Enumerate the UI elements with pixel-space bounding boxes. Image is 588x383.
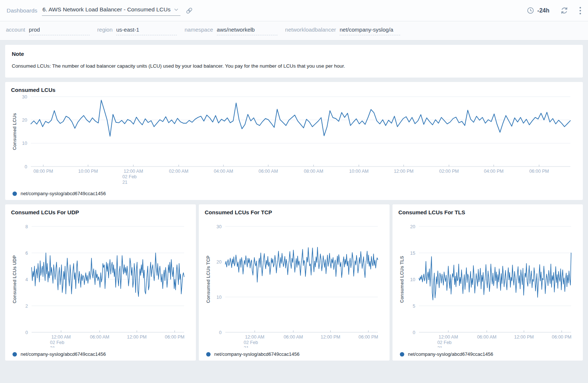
svg-text:12:00 AM: 12:00 AM (438, 334, 458, 340)
chart-legend[interactable]: net/company-syslog/abcd6749ccac1456 (11, 191, 577, 196)
svg-text:Consumed LCUs TLS: Consumed LCUs TLS (399, 256, 405, 303)
svg-text:2: 2 (25, 304, 28, 309)
chart-panel-consumed-lcus-udp: Consumed LCUs For UDP 0246812:00 AM02 Fe… (5, 204, 196, 361)
kebab-menu-icon[interactable] (579, 7, 581, 15)
filter-value-account[interactable]: prod (29, 26, 90, 35)
line-chart-consumed-lcus-udp[interactable]: 0246812:00 AM02 Feb2106:00 AM12:00 PM06:… (11, 215, 190, 348)
chart-title: Consumed LCUs For TCP (205, 209, 384, 215)
chevron-down-icon (174, 8, 178, 11)
filter-account: account prod (6, 26, 90, 35)
svg-text:08:00 AM: 08:00 AM (304, 169, 323, 174)
svg-text:21: 21 (50, 346, 55, 348)
legend-dot (400, 352, 404, 357)
chart-panel-consumed-lcus-tls: Consumed LCUs For TLS 0510152012:00 AM02… (392, 204, 583, 361)
svg-text:06:00 AM: 06:00 AM (477, 334, 496, 340)
filter-bar: account prod region us-east-1 namespace … (0, 21, 588, 40)
svg-text:12:00 PM: 12:00 PM (394, 169, 414, 174)
svg-text:08:00 PM: 08:00 PM (33, 169, 53, 174)
refresh-icon[interactable] (560, 7, 568, 14)
svg-text:06:00 AM: 06:00 AM (258, 169, 278, 174)
note-title: Note (12, 51, 576, 57)
filter-networkloadbalancer: networkloadbalancer net/company-syslog/a (285, 26, 400, 35)
top-bar-actions: -24h (527, 7, 581, 15)
svg-text:20: 20 (216, 259, 222, 265)
svg-text:Consumed LCUs TCP: Consumed LCUs TCP (206, 255, 211, 303)
share-link-icon[interactable] (186, 7, 193, 14)
svg-text:0: 0 (25, 164, 27, 169)
breadcrumb[interactable]: Dashboards (7, 7, 37, 14)
page-title: 6. AWS Network Load Balancer - Consumed … (43, 6, 171, 13)
filter-value-networkloadbalancer[interactable]: net/company-syslog/a (340, 26, 400, 35)
line-chart-consumed-lcus-tls[interactable]: 0510152012:00 AM02 Feb2106:00 AM12:00 PM… (398, 215, 577, 348)
svg-text:10:00 PM: 10:00 PM (78, 169, 98, 174)
filter-label: account (6, 26, 25, 33)
svg-text:30: 30 (216, 224, 222, 229)
svg-text:12:00 PM: 12:00 PM (321, 334, 341, 340)
clock-icon (527, 7, 534, 14)
svg-text:12:00 PM: 12:00 PM (514, 334, 534, 340)
svg-text:10: 10 (410, 277, 415, 282)
svg-text:06:00 AM: 06:00 AM (284, 334, 303, 340)
filter-namespace: namespace aws/networkelb (184, 26, 277, 35)
chart-legend[interactable]: net/company-syslog/abcd6749ccac1456 (11, 351, 190, 357)
note-panel: Note Consumed LCUs: The number of load b… (5, 45, 583, 78)
legend-label: net/company-syslog/abcd6749ccac1456 (21, 351, 106, 357)
svg-text:06:00 PM: 06:00 PM (359, 334, 379, 340)
svg-text:20: 20 (410, 224, 415, 229)
small-charts-row: Consumed LCUs For UDP 0246812:00 AM02 Fe… (5, 204, 583, 361)
time-range-selector[interactable]: -24h (527, 7, 549, 14)
svg-text:4: 4 (25, 277, 28, 282)
svg-text:30: 30 (22, 94, 27, 100)
filter-value-region[interactable]: us-east-1 (116, 26, 177, 35)
legend-label: net/company-syslog/abcd6749ccac1456 (408, 351, 493, 357)
chart-title: Consumed LCUs For UDP (11, 209, 190, 215)
note-body: Consumed LCUs: The number of load balanc… (12, 63, 576, 69)
legend-dot (12, 352, 17, 357)
svg-text:04:00 PM: 04:00 PM (484, 169, 504, 174)
svg-text:21: 21 (122, 180, 128, 185)
chart-panel-consumed-lcus-tcp: Consumed LCUs For TCP 010203012:00 AM02 … (199, 204, 390, 361)
svg-text:06:00 PM: 06:00 PM (552, 334, 572, 340)
svg-text:02 Feb: 02 Feb (244, 340, 258, 345)
svg-text:6: 6 (25, 251, 28, 256)
svg-text:06:00 PM: 06:00 PM (165, 334, 185, 340)
svg-text:8: 8 (25, 224, 28, 229)
svg-text:02:00 AM: 02:00 AM (169, 169, 189, 174)
line-chart-consumed-lcus[interactable]: 010203008:00 PM10:00 PM12:00 AM02 Feb210… (11, 93, 577, 185)
svg-text:Consumed LCUs UDP: Consumed LCUs UDP (12, 255, 17, 304)
time-range-value: -24h (537, 7, 549, 14)
filter-value-namespace[interactable]: aws/networkelb (217, 26, 277, 35)
svg-text:12:00 AM: 12:00 AM (123, 169, 143, 174)
filter-label: region (97, 26, 113, 33)
svg-text:12:00 AM: 12:00 AM (245, 334, 265, 340)
legend-label: net/company-syslog/abcd6749ccac1456 (214, 351, 300, 357)
svg-text:5: 5 (413, 304, 415, 309)
legend-dot (12, 192, 17, 196)
dashboard-title-dropdown[interactable]: 6. AWS Network Load Balancer - Consumed … (42, 5, 180, 16)
svg-text:0: 0 (25, 330, 28, 335)
chart-panel-consumed-lcus: Consumed LCUs 010203008:00 PM10:00 PM12:… (5, 82, 583, 200)
filter-region: region us-east-1 (97, 26, 177, 35)
chart-title: Consumed LCUs For TLS (398, 209, 577, 215)
svg-text:10: 10 (216, 295, 222, 300)
chart-legend[interactable]: net/company-syslog/abcd6749ccac1456 (205, 351, 384, 357)
svg-text:0: 0 (219, 330, 222, 335)
svg-text:15: 15 (410, 251, 415, 256)
svg-text:06:00 AM: 06:00 AM (90, 334, 110, 340)
svg-text:02 Feb: 02 Feb (122, 174, 137, 179)
svg-text:Consumed LCUs: Consumed LCUs (12, 113, 17, 150)
legend-label: net/company-syslog/abcd6749ccac1456 (21, 191, 106, 196)
chart-legend[interactable]: net/company-syslog/abcd6749ccac1456 (398, 351, 577, 357)
svg-text:06:00 PM: 06:00 PM (529, 169, 549, 174)
line-chart-consumed-lcus-tcp[interactable]: 010203012:00 AM02 Feb2106:00 AM12:00 PM0… (205, 215, 384, 348)
svg-text:02:00 PM: 02:00 PM (439, 169, 459, 174)
svg-text:0: 0 (413, 330, 415, 335)
filter-label: namespace (184, 26, 213, 33)
svg-text:02 Feb: 02 Feb (437, 340, 452, 345)
svg-text:12:00 AM: 12:00 AM (51, 334, 71, 340)
svg-text:21: 21 (437, 346, 442, 348)
filter-label: networkloadbalancer (285, 26, 336, 33)
legend-dot (206, 352, 211, 357)
top-bar: Dashboards 6. AWS Network Load Balancer … (0, 0, 588, 21)
svg-text:10: 10 (22, 141, 27, 146)
